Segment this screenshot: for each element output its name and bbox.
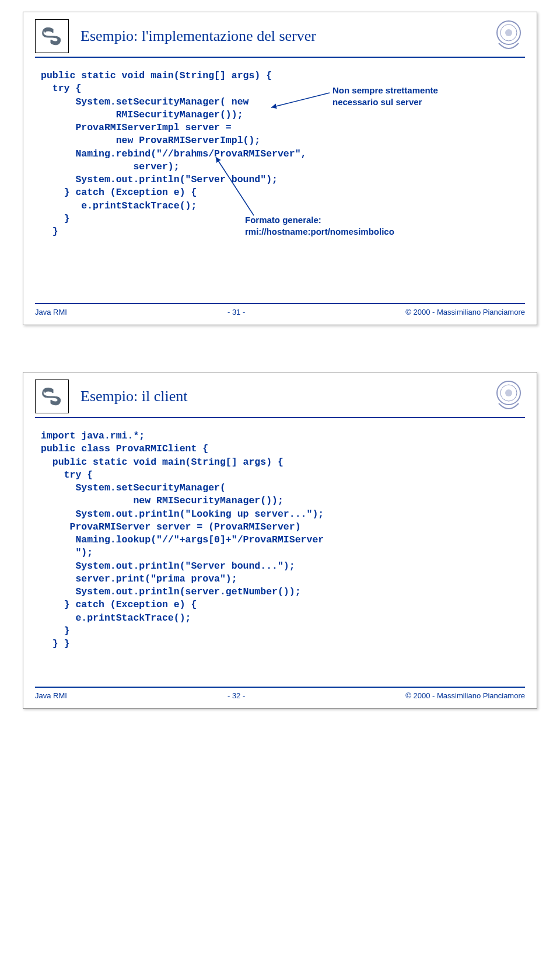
footer-center: - 32 - <box>228 691 245 700</box>
title-divider <box>35 57 525 58</box>
annotation-format: Formato generale: rmi://hostname:port/no… <box>245 214 394 237</box>
footer-left: Java RMI <box>35 308 67 316</box>
footer-divider <box>35 687 525 688</box>
footer-center: - 31 - <box>228 308 245 316</box>
slide-header: Esempio: l'implementazione del server <box>23 12 537 53</box>
crest-icon <box>492 379 525 416</box>
code-block: import java.rmi.*; public class ProvaRMI… <box>41 430 519 651</box>
footer-divider <box>35 303 525 304</box>
slide-1: Esempio: l'implementazione del server pu… <box>23 12 537 325</box>
slide-body: public static void main(String[] args) {… <box>23 64 537 303</box>
crest-icon <box>492 19 525 55</box>
slide-2: Esempio: il client import java.rmi.*; pu… <box>23 372 537 709</box>
footer-right: © 2000 - Massimiliano Pianciamore <box>405 691 525 700</box>
slide-footer: Java RMI - 31 - © 2000 - Massimiliano Pi… <box>23 303 537 325</box>
slide-body: import java.rmi.*; public class ProvaRMI… <box>23 424 537 687</box>
s-logo-icon <box>35 19 69 53</box>
slide-footer: Java RMI - 32 - © 2000 - Massimiliano Pi… <box>23 687 537 708</box>
footer-row: Java RMI - 31 - © 2000 - Massimiliano Pi… <box>35 308 525 316</box>
slide-title: Esempio: l'implementazione del server <box>80 27 525 45</box>
svg-point-2 <box>505 29 512 36</box>
slide-title: Esempio: il client <box>80 388 525 405</box>
slide-header: Esempio: il client <box>23 372 537 413</box>
footer-left: Java RMI <box>35 691 67 700</box>
footer-row: Java RMI - 32 - © 2000 - Massimiliano Pi… <box>35 691 525 700</box>
annotation-security: Non sempre strettamente necessario sul s… <box>332 85 438 107</box>
footer-right: © 2000 - Massimiliano Pianciamore <box>405 308 525 316</box>
s-logo-icon <box>35 379 69 413</box>
code-block: public static void main(String[] args) {… <box>41 69 519 238</box>
title-divider <box>35 417 525 418</box>
svg-point-7 <box>505 389 512 396</box>
